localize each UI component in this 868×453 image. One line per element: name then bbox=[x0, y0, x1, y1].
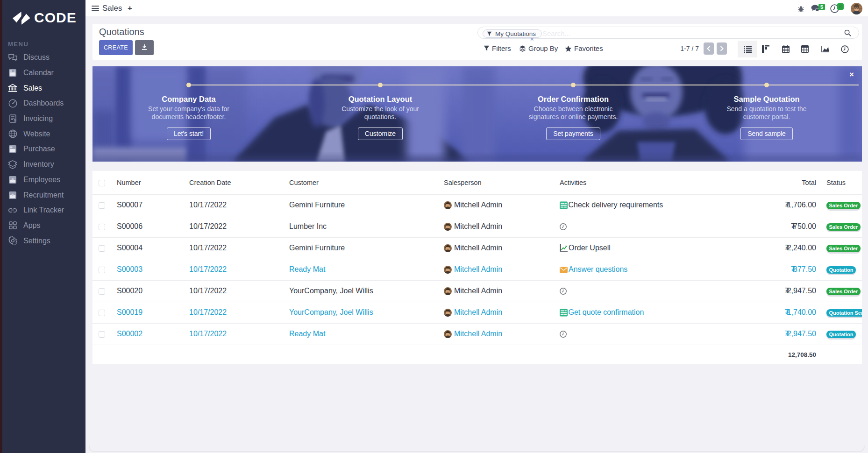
svg-text:$: $ bbox=[14, 119, 15, 122]
